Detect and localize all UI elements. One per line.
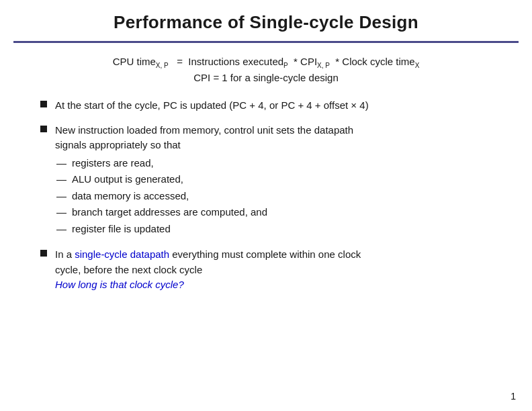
dash-2: — [56,172,66,187]
bullet-text-3: In a single-cycle datapath everything mu… [55,247,361,293]
page-number: 1 [511,391,516,402]
bullet-3-italic: How long is that clock cycle? [55,279,184,290]
bullet-item-1: At the start of the cycle, PC is updated… [40,98,492,113]
bullet-square-2 [40,126,47,132]
formula-line2: CPI = 1 for a single-cycle design [40,70,492,86]
bullet-text-2: New instruction loaded from memory, cont… [55,123,353,238]
slide-title: Performance of Single-cycle Design [13,12,519,33]
sub-xp: X, P [156,62,169,69]
sub-bullet-3: — data memory is accessed, [56,189,353,204]
formula-line1: CPU timeX, P = Instructions executedP * … [40,54,492,70]
dash-3: — [56,189,66,204]
bullet-2-main-text: New instruction loaded from memory, cont… [55,124,353,151]
slide-content: CPU timeX, P = Instructions executedP * … [0,43,532,309]
bullet-section-1: At the start of the cycle, PC is updated… [40,98,492,113]
sub-bullet-text-5: register file is updated [72,222,171,237]
formula-section: CPU timeX, P = Instructions executedP * … [40,54,492,86]
bullet-square-3 [40,250,47,257]
sub-x: X [415,62,420,69]
bullet-square-1 [40,101,47,107]
sub-bullet-text-3: data memory is accessed, [72,189,189,204]
bullet-item-3: In a single-cycle datapath everything mu… [40,247,492,293]
slide: Performance of Single-cycle Design CPU t… [0,0,532,411]
bullet-3-prefix: In a [55,248,75,260]
sub-bullet-4: — branch target addresses are computed, … [56,205,353,220]
sub-bullet-5: — register file is updated [56,222,353,237]
bullet-section-3: In a single-cycle datapath everything mu… [40,247,492,293]
sub-bullet-text-2: ALU output is generated, [72,172,183,187]
sub-bullet-text-4: branch target addresses are computed, an… [72,205,267,220]
bullet-3-blue-text: single-cycle datapath [75,248,169,260]
sub-bullet-text-1: registers are read, [72,156,154,171]
dash-4: — [56,205,66,220]
bullet-item-2: New instruction loaded from memory, cont… [40,123,492,238]
title-bar: Performance of Single-cycle Design [0,0,532,38]
dash-5: — [56,222,66,237]
sub-bullets-2: — registers are read, — ALU output is ge… [56,156,353,237]
sub-p: P [283,62,288,69]
sub-xp2: X, P [317,62,330,69]
dash-1: — [56,156,66,171]
bullet-text-1: At the start of the cycle, PC is updated… [55,98,369,113]
sub-bullet-1: — registers are read, [56,156,353,171]
bullet-section-2: New instruction loaded from memory, cont… [40,123,492,238]
sub-bullet-2: — ALU output is generated, [56,172,353,187]
